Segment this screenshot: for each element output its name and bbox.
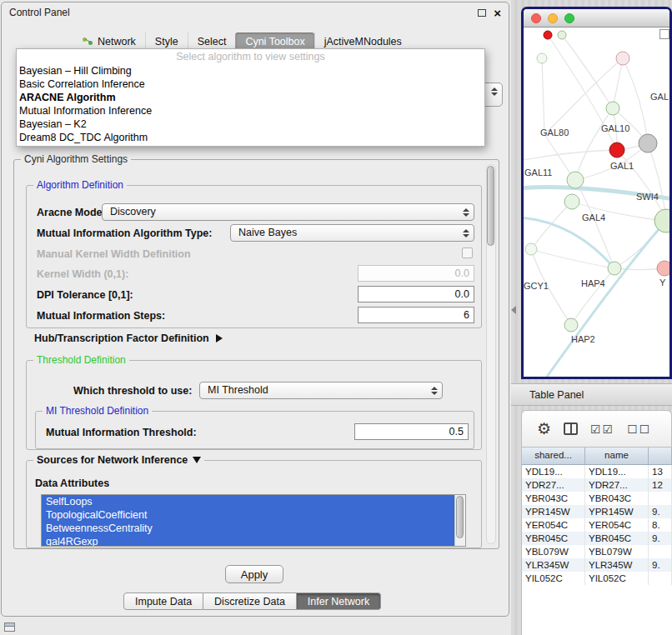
network-node-label: Y [659,278,666,288]
float-panel-icon[interactable] [478,9,486,17]
attribute-list-item[interactable]: TopologicalCoefficient [42,508,454,522]
table-row[interactable]: YBL079WYBL079W [522,545,672,558]
control-panel-header: Control Panel × [2,2,509,22]
network-node[interactable] [558,31,566,39]
tab-discretize-data[interactable]: Discretize Data [203,592,297,610]
attribute-list-item[interactable]: BetweennessCentrality [42,522,454,535]
dropdown-options: Bayesian – Hill ClimbingBasic Correlatio… [17,64,484,144]
algorithm-option[interactable]: Bayesian – K2 [17,118,484,131]
network-node[interactable] [525,243,537,255]
splitter-collapse-icon[interactable] [511,306,516,314]
bottom-tabs: Impute DataDiscretize DataInfer Network [123,592,381,610]
network-node[interactable] [544,31,552,39]
network-edge [547,221,666,377]
manual-kernel-checkbox[interactable] [462,248,473,258]
algorithm-option[interactable]: ARACNE Algorithm [17,91,484,104]
network-node[interactable] [608,262,621,275]
tab-label: Cyni Toolbox [245,36,304,48]
table-cell: 9. [649,558,672,572]
network-node[interactable] [564,318,578,332]
network-node-label: GAL10 [601,123,629,133]
panel-splitter[interactable] [510,0,517,635]
data-attributes-list[interactable]: SelfLoopsTopologicalCoefficientBetweenne… [41,494,466,547]
algorithm-option[interactable]: Mutual Information Inference [17,104,484,118]
network-node[interactable] [564,194,579,209]
network-node[interactable] [654,209,669,232]
kernel-width-field[interactable]: 0.0 [358,265,474,282]
network-node[interactable] [537,53,547,63]
group-title-mi-threshold: MI Threshold Definition [43,405,152,417]
mi-type-value: Naive Bayes [238,227,297,238]
group-title-threshold: Threshold Definition [33,354,129,366]
which-threshold-combobox[interactable]: MI Threshold [199,382,443,399]
aracne-mode-label: Aracne Mode: [37,207,106,218]
settings-scrollbar[interactable] [486,164,496,544]
mi-steps-field[interactable]: 6 [358,307,474,323]
column-header[interactable]: name [585,448,649,464]
dpi-tolerance-field[interactable]: 0.0 [358,286,474,302]
table-row[interactable]: YPR145WYPR145W9. [522,505,672,518]
network-edge [542,58,544,134]
mi-threshold-field[interactable]: 0.5 [354,423,469,440]
algorithm-option[interactable]: Dream8 DC_TDC Algorithm [17,131,484,144]
threshold-definition-group: Threshold Definition Which threshold to … [26,360,482,450]
table-cell: 12 [649,478,672,492]
deselect-columns-icon[interactable]: ☐☐ [627,423,651,435]
list-scrollbar-thumb[interactable] [456,496,464,538]
attribute-list-item[interactable]: gal4RGexp [42,535,454,547]
expand-right-icon[interactable] [216,334,223,342]
tab-infer-network[interactable]: Infer Network [297,592,381,610]
panel-dock-icon[interactable] [4,622,15,632]
network-node-label: GAL [650,92,669,102]
algorithm-option[interactable]: Basic Correlation Inference [17,78,484,91]
table-cell: 8. [649,518,672,532]
network-node[interactable] [606,102,619,115]
sources-title-label: Sources for Network Inference [37,454,188,466]
network-canvas[interactable]: GALGAL80GAL10GAL11GAL1SWI4GAL4GCY1HAP4YH… [524,28,669,377]
table-row[interactable]: YLR345WYLR345W9. [522,558,672,572]
tab-impute-data[interactable]: Impute Data [123,592,203,610]
column-header[interactable] [649,448,672,464]
aracne-mode-value: Discovery [110,206,156,218]
table-row[interactable]: YER054CYER054C8. [522,518,672,532]
network-window-titlebar[interactable] [524,9,669,28]
scrollbar-thumb[interactable] [487,166,494,246]
collapse-down-icon[interactable] [193,457,201,463]
table-row[interactable]: YBR045CYBR045C9. [522,532,672,545]
window-close-button[interactable] [531,13,541,23]
list-scrollbar[interactable] [454,495,465,546]
column-header[interactable]: shared... [522,448,585,464]
window-zoom-button[interactable] [564,13,574,23]
network-node[interactable] [609,142,624,158]
gear-icon[interactable]: ⚙ [537,421,551,437]
table-row[interactable]: YDL19...YDL19...13 [522,465,672,478]
select-columns-icon[interactable]: ☑☑ [590,423,614,435]
birdseye-corner-box[interactable] [659,29,669,39]
mi-steps-label: Mutual Information Steps: [37,310,165,322]
network-node[interactable] [616,52,629,65]
table-cell: YPR145W [522,505,585,518]
attribute-list-item[interactable]: SelfLoops [42,495,454,508]
table-panel-title: Table Panel [529,389,584,401]
aracne-mode-combobox[interactable]: Discovery [102,203,474,221]
algorithm-option[interactable]: Bayesian – Hill Climbing [17,64,484,78]
network-node-label: HAP4 [581,278,605,288]
cyni-algorithm-settings-group: Cyni Algorithm Settings Algorithm Defini… [13,159,499,549]
table-row[interactable]: YDR27...YDR27...12 [522,478,672,492]
close-panel-icon[interactable]: × [494,7,501,19]
apply-button[interactable]: Apply [225,565,283,583]
table-row[interactable]: YBR043CYBR043C [522,492,672,505]
columns-icon[interactable] [564,422,578,435]
network-node[interactable] [657,261,669,276]
which-threshold-label: Which threshold to use: [73,385,192,397]
mi-type-combobox[interactable]: Naive Bayes [230,224,474,242]
network-node[interactable] [639,134,657,152]
table-cell: YER054C [585,518,649,532]
table-row[interactable]: YIL052CYIL052C [522,572,672,585]
hub-definition-section[interactable]: Hub/Transcription Factor Definition [34,332,223,344]
window-minimize-button[interactable] [548,13,558,23]
network-node[interactable] [567,172,584,188]
attribute-table: shared...name YDL19...YDL19...13YDR27...… [521,448,672,635]
network-node-label: HAP2 [571,334,595,344]
network-window: GALGAL80GAL10GAL11GAL1SWI4GAL4GCY1HAP4YH… [521,7,672,379]
